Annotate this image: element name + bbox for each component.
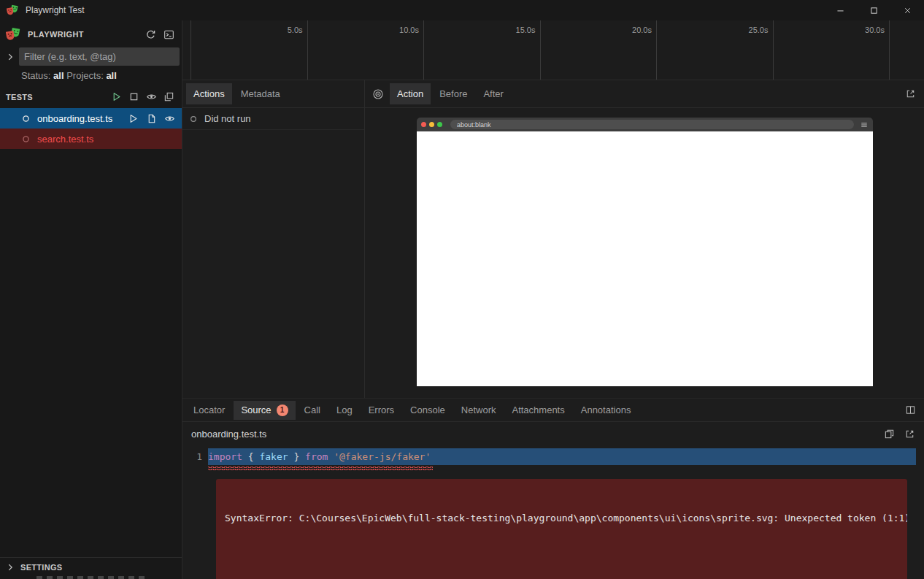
source-file-name: onboarding.test.ts bbox=[191, 429, 266, 440]
chevron-right-icon[interactable] bbox=[5, 52, 15, 62]
tab-action[interactable]: Action bbox=[390, 83, 431, 104]
status-label: Status: bbox=[21, 70, 50, 81]
tab-actions[interactable]: Actions bbox=[186, 83, 232, 104]
menu-icon bbox=[860, 120, 869, 129]
test-file-row-onboarding-test-ts[interactable]: onboarding.test.ts bbox=[0, 108, 182, 129]
playwright-logo-icon bbox=[7, 4, 19, 17]
filter-row bbox=[0, 47, 182, 66]
filter-input[interactable] bbox=[19, 47, 180, 66]
tab-metadata[interactable]: Metadata bbox=[234, 83, 288, 104]
window-controls bbox=[823, 0, 924, 20]
maximize-button[interactable] bbox=[857, 0, 890, 20]
sidebar-title: PLAYWRIGHT bbox=[28, 30, 84, 39]
tab-before[interactable]: Before bbox=[432, 83, 474, 104]
source-line: 1 import { faker } from '@faker-js/faker… bbox=[182, 448, 924, 465]
settings-section-header[interactable]: SETTINGS bbox=[0, 557, 182, 577]
target-icon[interactable] bbox=[372, 88, 384, 100]
close-button[interactable] bbox=[890, 0, 924, 20]
watch-test-icon[interactable] bbox=[164, 113, 175, 124]
popout-snapshot-icon[interactable] bbox=[905, 88, 916, 99]
split-view-icon[interactable] bbox=[905, 404, 916, 415]
tab-label: After bbox=[483, 88, 503, 99]
snapshot-tab-bar: ActionBeforeAfter bbox=[365, 80, 924, 108]
title-bar: Playwright Test bbox=[0, 0, 924, 20]
tab-console[interactable]: Console bbox=[403, 401, 453, 420]
address-bar: about:blank bbox=[450, 120, 854, 129]
error-blank-line bbox=[225, 551, 898, 564]
source-line-code: import { faker } from '@faker-js/faker' bbox=[208, 448, 916, 465]
open-source-icon[interactable] bbox=[146, 113, 157, 124]
tab-label: Attachments bbox=[512, 404, 564, 415]
details-pane: LocatorSource1CallLogErrorsConsoleNetwor… bbox=[182, 398, 924, 579]
terminal-icon[interactable] bbox=[163, 29, 174, 40]
tab-attachments[interactable]: Attachments bbox=[504, 401, 571, 420]
test-file-list: onboarding.test.tssearch.test.ts bbox=[0, 108, 182, 149]
test-file-row-search-test-ts[interactable]: search.test.ts bbox=[0, 129, 182, 149]
timeline-tick-label: 15.0s bbox=[490, 26, 536, 34]
stop-icon[interactable] bbox=[128, 91, 139, 102]
chevron-right-icon bbox=[5, 562, 15, 572]
tab-label: Network bbox=[461, 404, 496, 415]
test-status-circle-icon bbox=[21, 134, 31, 144]
tab-annotations[interactable]: Annotations bbox=[574, 401, 639, 420]
tab-after[interactable]: After bbox=[476, 83, 510, 104]
tab-source[interactable]: Source1 bbox=[234, 401, 295, 420]
source-code-area: 1 import { faker } from '@faker-js/faker… bbox=[182, 447, 924, 579]
tab-locator[interactable]: Locator bbox=[186, 401, 232, 420]
traffic-light-green-icon bbox=[437, 122, 442, 127]
settings-title: SETTINGS bbox=[20, 563, 62, 572]
error-count-badge: 1 bbox=[277, 404, 288, 416]
timeline-gridline bbox=[190, 20, 191, 80]
timeline-gridline bbox=[889, 20, 890, 80]
tab-call[interactable]: Call bbox=[297, 401, 328, 420]
popout-source-icon[interactable] bbox=[904, 429, 915, 440]
timeline-gridline bbox=[540, 20, 541, 80]
tab-label: Log bbox=[336, 404, 353, 415]
close-icon bbox=[903, 6, 912, 15]
timeline-tick-label: 5.0s bbox=[258, 26, 303, 34]
timeline-tick-label: 10.0s bbox=[374, 26, 419, 34]
sidebar-header: PLAYWRIGHT bbox=[0, 23, 182, 45]
tab-label: Action bbox=[397, 88, 423, 99]
watch-all-icon[interactable] bbox=[146, 91, 157, 102]
tab-label: Before bbox=[439, 88, 467, 99]
minimize-button[interactable] bbox=[823, 0, 857, 20]
timeline[interactable]: 5.0s10.0s15.0s20.0s25.0s30.0s bbox=[182, 20, 924, 80]
error-message: SyntaxError: C:\Courses\EpicWeb\full-sta… bbox=[225, 512, 898, 525]
test-row-actions bbox=[128, 113, 182, 124]
snapshot-pane: ActionBeforeAfter about:blank bbox=[365, 80, 924, 398]
copy-icon[interactable] bbox=[884, 429, 895, 440]
timeline-tick-label: 30.0s bbox=[839, 26, 885, 34]
test-file-name: onboarding.test.ts bbox=[37, 113, 112, 124]
status-circle-icon bbox=[189, 115, 198, 123]
timeline-gridline bbox=[656, 20, 657, 80]
maximize-icon bbox=[869, 6, 879, 15]
syntax-error-box: SyntaxError: C:\Courses\EpicWeb\full-sta… bbox=[216, 479, 907, 579]
line-number: 1 bbox=[182, 451, 208, 462]
page-url: about:blank bbox=[457, 121, 491, 129]
status-value: all bbox=[53, 70, 63, 81]
tab-label: Source bbox=[241, 404, 271, 415]
run-test-icon[interactable] bbox=[128, 113, 139, 124]
tab-network[interactable]: Network bbox=[454, 401, 504, 420]
projects-label: Projects: bbox=[66, 70, 104, 81]
tab-label: Console bbox=[410, 404, 445, 415]
did-not-run-row[interactable]: Did not run bbox=[182, 108, 364, 130]
run-all-icon[interactable] bbox=[111, 91, 122, 102]
reload-tests-icon[interactable] bbox=[145, 29, 156, 40]
collapse-all-icon[interactable] bbox=[163, 91, 174, 102]
timeline-tick-label: 25.0s bbox=[723, 26, 769, 34]
timeline-tick-label: 20.0s bbox=[607, 26, 652, 34]
tests-section-header: TESTS bbox=[0, 87, 182, 107]
actions-pane: ActionsMetadata Did not run bbox=[182, 80, 365, 398]
error-squiggle-underline bbox=[208, 467, 433, 470]
traffic-light-yellow-icon bbox=[429, 122, 434, 127]
browser-chrome-bar: about:blank bbox=[417, 118, 873, 131]
tab-log[interactable]: Log bbox=[329, 401, 360, 420]
scrollbar-artifact bbox=[36, 576, 146, 579]
test-status-circle-icon bbox=[21, 114, 31, 123]
browser-snapshot: about:blank bbox=[417, 118, 873, 386]
tab-label: Annotations bbox=[581, 404, 631, 415]
tab-errors[interactable]: Errors bbox=[361, 401, 401, 420]
minimize-icon bbox=[836, 6, 845, 15]
